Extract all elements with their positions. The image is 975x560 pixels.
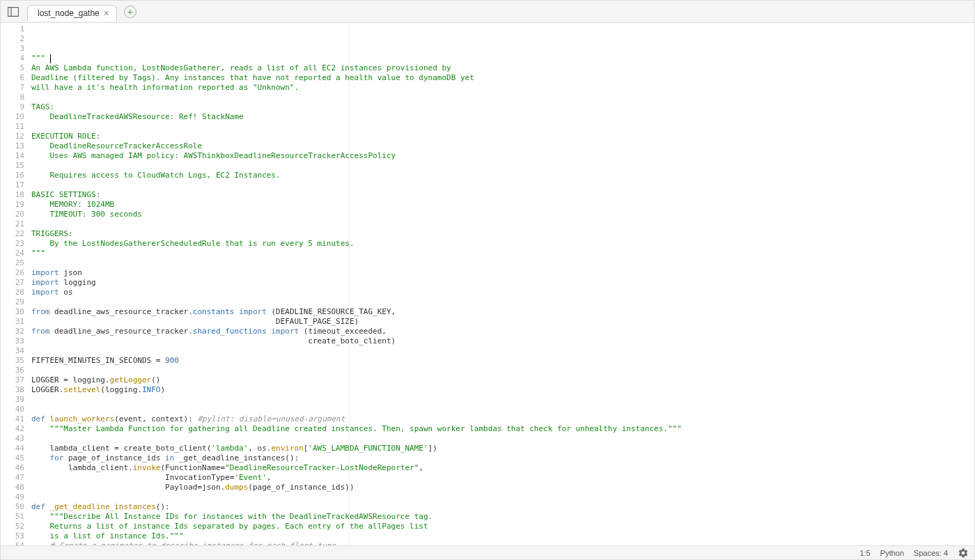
line-number: 45 xyxy=(1,453,24,463)
line-number: 47 xyxy=(1,473,24,483)
code-line[interactable]: EXECUTION ROLE: xyxy=(31,132,974,141)
code-line[interactable]: By the LostNodesGathererScheduledRule th… xyxy=(31,239,974,249)
code-line[interactable]: def _get_deadline_instances(): xyxy=(31,502,974,512)
code-line[interactable]: Requires access to CloudWatch Logs, EC2 … xyxy=(31,171,974,180)
code-line[interactable]: from deadline_aws_resource_tracker.const… xyxy=(31,307,974,317)
code-line[interactable]: An AWS Lambda function, LostNodesGathere… xyxy=(31,63,974,73)
code-line[interactable]: DeadlineResourceTrackerAccessRole xyxy=(31,141,974,151)
line-number: 6 xyxy=(1,73,24,83)
code-line[interactable] xyxy=(31,395,974,405)
code-line[interactable] xyxy=(31,492,974,502)
line-number: 28 xyxy=(1,288,24,297)
code-line[interactable]: TAGS: xyxy=(31,102,974,112)
line-number: 20 xyxy=(1,210,24,219)
line-number: 33 xyxy=(1,336,24,346)
code-line[interactable]: LOGGER.setLevel(logging.INFO) xyxy=(31,385,974,395)
code-line[interactable]: TRIGGERS: xyxy=(31,229,974,239)
close-icon[interactable]: × xyxy=(104,8,109,18)
line-number: 36 xyxy=(1,366,24,375)
line-number: 24 xyxy=(1,249,24,258)
code-line[interactable] xyxy=(31,258,974,268)
code-line[interactable] xyxy=(31,434,974,444)
line-number: 30 xyxy=(1,307,24,317)
line-number: 37 xyxy=(1,375,24,385)
code-line[interactable] xyxy=(31,180,974,190)
line-number: 52 xyxy=(1,522,24,531)
code-line[interactable]: LOGGER = logging.getLogger() xyxy=(31,375,974,385)
code-line[interactable] xyxy=(31,405,974,414)
code-line[interactable]: is a list of instance Ids.""" xyxy=(31,531,974,541)
code-line[interactable]: will have a it's health information repo… xyxy=(31,83,974,93)
line-number: 49 xyxy=(1,492,24,502)
code-line[interactable]: import json xyxy=(31,268,974,278)
indent-mode[interactable]: Spaces: 4 xyxy=(914,549,948,557)
code-line[interactable] xyxy=(31,366,974,375)
code-line[interactable] xyxy=(31,346,974,356)
code-line[interactable]: """Master Lambda Function for gathering … xyxy=(31,424,974,434)
cursor-position[interactable]: 1:5 xyxy=(860,549,871,557)
panel-icon[interactable] xyxy=(6,5,20,19)
gear-icon[interactable] xyxy=(958,547,969,559)
tab-bar: lost_node_gathe × + xyxy=(1,1,974,23)
code-line[interactable]: """Describe All Instance IDs for instanc… xyxy=(31,512,974,522)
line-gutter: 1234567891011121314151617181920212223242… xyxy=(1,23,29,545)
line-number: 17 xyxy=(1,180,24,190)
code-line[interactable]: BASIC SETTINGS: xyxy=(31,190,974,200)
code-line[interactable]: Uses AWS managed IAM policy: AWSThinkbox… xyxy=(31,151,974,161)
code-line[interactable]: Payload=json.dumps(page_of_instance_ids)… xyxy=(31,483,974,492)
code-line[interactable]: lambda_client.invoke(FunctionName="Deadl… xyxy=(31,463,974,473)
editor-area[interactable]: 1234567891011121314151617181920212223242… xyxy=(1,23,974,545)
code-line[interactable]: import logging xyxy=(31,278,974,288)
file-tab[interactable]: lost_node_gathe × xyxy=(27,5,117,21)
text-cursor xyxy=(50,54,51,63)
line-number: 18 xyxy=(1,190,24,200)
code-line[interactable] xyxy=(31,122,974,132)
language-mode[interactable]: Python xyxy=(880,549,904,557)
line-number: 19 xyxy=(1,200,24,210)
line-number: 4 xyxy=(1,54,24,63)
code-line[interactable]: InvocationType='Event', xyxy=(31,473,974,483)
line-number: 35 xyxy=(1,356,24,366)
code-line[interactable]: DeadlineTrackedAWSResource: Ref! StackNa… xyxy=(31,112,974,122)
line-number: 25 xyxy=(1,258,24,268)
code-line[interactable]: import os xyxy=(31,288,974,297)
code-line[interactable]: from deadline_aws_resource_tracker.share… xyxy=(31,327,974,336)
line-number: 15 xyxy=(1,161,24,171)
code-content[interactable]: """ An AWS Lambda function, LostNodesGat… xyxy=(29,23,974,545)
code-line[interactable] xyxy=(31,297,974,307)
code-line[interactable]: TIMEOUT: 300 seconds xyxy=(31,210,974,219)
code-line[interactable]: create_boto_client) xyxy=(31,336,974,346)
code-line[interactable] xyxy=(31,219,974,229)
code-line[interactable]: """ xyxy=(31,54,974,63)
code-line[interactable]: Returns a list of instance Ids separated… xyxy=(31,522,974,531)
code-line[interactable]: Deadline (filtered by Tags). Any instanc… xyxy=(31,73,974,83)
code-line[interactable] xyxy=(31,161,974,171)
line-number: 29 xyxy=(1,297,24,307)
code-line[interactable]: """ xyxy=(31,249,974,258)
line-number: 41 xyxy=(1,414,24,424)
line-number: 2 xyxy=(1,34,24,44)
add-tab-button[interactable]: + xyxy=(124,6,136,18)
line-number: 16 xyxy=(1,171,24,180)
line-number: 21 xyxy=(1,219,24,229)
line-number: 51 xyxy=(1,512,24,522)
line-number: 10 xyxy=(1,112,24,122)
line-number: 32 xyxy=(1,327,24,336)
line-number: 50 xyxy=(1,502,24,512)
svg-rect-0 xyxy=(8,7,19,16)
code-line[interactable]: for page_of_instance_ids in _get_deadlin… xyxy=(31,453,974,463)
code-line[interactable]: lambda_client = create_boto_client('lamb… xyxy=(31,444,974,453)
line-number: 38 xyxy=(1,385,24,395)
code-line[interactable] xyxy=(31,93,974,102)
line-number: 13 xyxy=(1,141,24,151)
line-number: 23 xyxy=(1,239,24,249)
code-line[interactable]: # Create a paginator to describe instanc… xyxy=(31,541,974,545)
line-number: 54 xyxy=(1,541,24,545)
line-number: 53 xyxy=(1,531,24,541)
print-margin xyxy=(349,23,350,545)
code-line[interactable]: FIFTEEN_MINUTES_IN_SECONDS = 900 xyxy=(31,356,974,366)
code-line[interactable]: MEMORY: 1024MB xyxy=(31,200,974,210)
line-number: 9 xyxy=(1,102,24,112)
code-line[interactable]: DEFAULT_PAGE_SIZE) xyxy=(31,317,974,327)
code-line[interactable]: def launch_workers(event, context): #pyl… xyxy=(31,414,974,424)
